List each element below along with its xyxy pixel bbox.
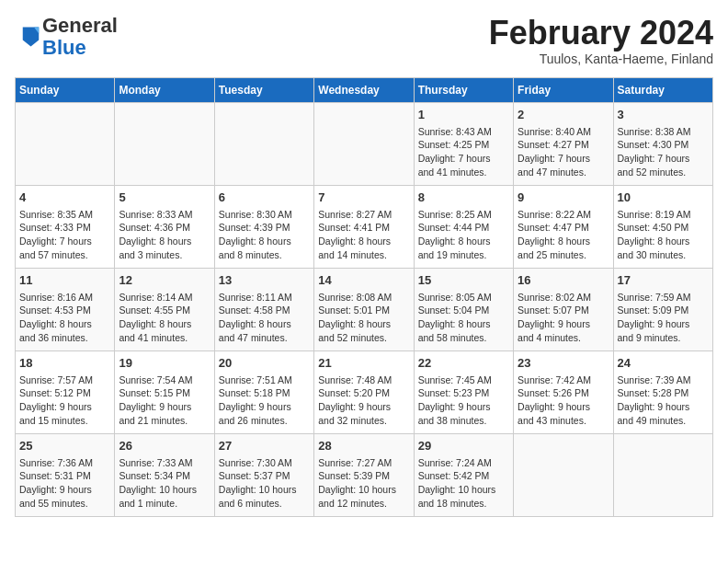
day-cell: 27Sunrise: 7:30 AM Sunset: 5:37 PM Dayli… <box>214 433 313 516</box>
day-detail: Sunrise: 8:25 AM Sunset: 4:44 PM Dayligh… <box>418 208 509 262</box>
day-number: 3 <box>618 107 709 123</box>
day-detail: Sunrise: 7:36 AM Sunset: 5:31 PM Dayligh… <box>19 456 110 511</box>
day-detail: Sunrise: 8:05 AM Sunset: 5:04 PM Dayligh… <box>418 291 509 345</box>
logo-general: General <box>42 14 118 37</box>
day-number: 18 <box>19 355 110 372</box>
week-row-0: 1Sunrise: 8:43 AM Sunset: 4:25 PM Daylig… <box>16 102 713 185</box>
page-header: General Blue February 2024 Tuulos, Kanta… <box>15 15 713 66</box>
day-number: 15 <box>418 272 509 289</box>
day-cell: 11Sunrise: 8:16 AM Sunset: 4:53 PM Dayli… <box>16 268 115 350</box>
day-cell: 3Sunrise: 8:38 AM Sunset: 4:30 PM Daylig… <box>613 102 712 185</box>
day-detail: Sunrise: 8:19 AM Sunset: 4:50 PM Dayligh… <box>618 208 709 262</box>
day-detail: Sunrise: 8:11 AM Sunset: 4:58 PM Dayligh… <box>219 291 310 345</box>
day-detail: Sunrise: 7:59 AM Sunset: 5:09 PM Dayligh… <box>618 291 709 345</box>
day-cell <box>115 102 214 185</box>
day-cell <box>613 433 712 516</box>
day-cell: 13Sunrise: 8:11 AM Sunset: 4:58 PM Dayli… <box>214 268 313 350</box>
day-number: 7 <box>318 190 409 206</box>
header-cell-wednesday: Wednesday <box>314 77 414 102</box>
day-detail: Sunrise: 8:22 AM Sunset: 4:47 PM Dayligh… <box>518 208 609 262</box>
day-number: 20 <box>219 355 310 372</box>
day-detail: Sunrise: 7:24 AM Sunset: 5:42 PM Dayligh… <box>418 456 509 511</box>
day-detail: Sunrise: 7:33 AM Sunset: 5:34 PM Dayligh… <box>119 456 210 511</box>
header-cell-tuesday: Tuesday <box>214 77 313 102</box>
day-number: 12 <box>119 272 210 289</box>
header-row: SundayMondayTuesdayWednesdayThursdayFrid… <box>16 77 713 102</box>
day-number: 10 <box>618 190 709 206</box>
day-cell: 24Sunrise: 7:39 AM Sunset: 5:28 PM Dayli… <box>613 350 712 433</box>
day-detail: Sunrise: 8:40 AM Sunset: 4:27 PM Dayligh… <box>518 125 609 179</box>
week-row-1: 4Sunrise: 8:35 AM Sunset: 4:33 PM Daylig… <box>16 185 713 268</box>
calendar-body: 1Sunrise: 8:43 AM Sunset: 4:25 PM Daylig… <box>16 102 713 516</box>
calendar-table: SundayMondayTuesdayWednesdayThursdayFrid… <box>15 77 713 517</box>
day-number: 24 <box>618 355 709 372</box>
day-number: 11 <box>19 272 110 289</box>
day-cell: 8Sunrise: 8:25 AM Sunset: 4:44 PM Daylig… <box>414 185 513 268</box>
day-detail: Sunrise: 8:14 AM Sunset: 4:55 PM Dayligh… <box>119 291 210 345</box>
day-cell: 29Sunrise: 7:24 AM Sunset: 5:42 PM Dayli… <box>414 433 513 516</box>
day-cell: 20Sunrise: 7:51 AM Sunset: 5:18 PM Dayli… <box>214 350 313 433</box>
day-cell <box>514 433 613 516</box>
logo-icon <box>15 24 40 50</box>
day-detail: Sunrise: 7:48 AM Sunset: 5:20 PM Dayligh… <box>318 373 409 428</box>
location: Tuulos, Kanta-Haeme, Finland <box>489 52 713 66</box>
day-number: 5 <box>119 190 210 206</box>
day-detail: Sunrise: 8:08 AM Sunset: 5:01 PM Dayligh… <box>318 291 409 345</box>
day-number: 23 <box>518 355 609 372</box>
day-number: 29 <box>418 438 509 454</box>
day-number: 27 <box>219 438 310 454</box>
day-cell: 2Sunrise: 8:40 AM Sunset: 4:27 PM Daylig… <box>514 102 613 185</box>
day-cell: 1Sunrise: 8:43 AM Sunset: 4:25 PM Daylig… <box>414 102 513 185</box>
day-number: 17 <box>618 272 709 289</box>
day-cell: 5Sunrise: 8:33 AM Sunset: 4:36 PM Daylig… <box>115 185 214 268</box>
day-cell: 14Sunrise: 8:08 AM Sunset: 5:01 PM Dayli… <box>314 268 414 350</box>
day-number: 6 <box>219 190 310 206</box>
day-number: 13 <box>219 272 310 289</box>
day-cell: 19Sunrise: 7:54 AM Sunset: 5:15 PM Dayli… <box>115 350 214 433</box>
day-cell: 25Sunrise: 7:36 AM Sunset: 5:31 PM Dayli… <box>16 433 115 516</box>
day-number: 19 <box>119 355 210 372</box>
week-row-3: 18Sunrise: 7:57 AM Sunset: 5:12 PM Dayli… <box>16 350 713 433</box>
day-cell: 17Sunrise: 7:59 AM Sunset: 5:09 PM Dayli… <box>613 268 712 350</box>
day-cell: 9Sunrise: 8:22 AM Sunset: 4:47 PM Daylig… <box>514 185 613 268</box>
header-cell-sunday: Sunday <box>16 77 115 102</box>
day-number: 22 <box>418 355 509 372</box>
header-cell-monday: Monday <box>115 77 214 102</box>
day-detail: Sunrise: 7:45 AM Sunset: 5:23 PM Dayligh… <box>418 373 509 428</box>
day-cell: 6Sunrise: 8:30 AM Sunset: 4:39 PM Daylig… <box>214 185 313 268</box>
day-number: 4 <box>19 190 110 206</box>
day-number: 28 <box>318 438 409 454</box>
day-detail: Sunrise: 7:27 AM Sunset: 5:39 PM Dayligh… <box>318 456 409 511</box>
day-number: 16 <box>518 272 609 289</box>
day-cell: 10Sunrise: 8:19 AM Sunset: 4:50 PM Dayli… <box>613 185 712 268</box>
day-number: 26 <box>119 438 210 454</box>
week-row-4: 25Sunrise: 7:36 AM Sunset: 5:31 PM Dayli… <box>16 433 713 516</box>
day-cell <box>16 102 115 185</box>
day-detail: Sunrise: 7:51 AM Sunset: 5:18 PM Dayligh… <box>219 373 310 428</box>
header-cell-thursday: Thursday <box>414 77 513 102</box>
day-cell: 23Sunrise: 7:42 AM Sunset: 5:26 PM Dayli… <box>514 350 613 433</box>
week-row-2: 11Sunrise: 8:16 AM Sunset: 4:53 PM Dayli… <box>16 268 713 350</box>
day-detail: Sunrise: 8:27 AM Sunset: 4:41 PM Dayligh… <box>318 208 409 262</box>
day-cell: 22Sunrise: 7:45 AM Sunset: 5:23 PM Dayli… <box>414 350 513 433</box>
day-cell: 15Sunrise: 8:05 AM Sunset: 5:04 PM Dayli… <box>414 268 513 350</box>
day-detail: Sunrise: 8:30 AM Sunset: 4:39 PM Dayligh… <box>219 208 310 262</box>
day-cell: 12Sunrise: 8:14 AM Sunset: 4:55 PM Dayli… <box>115 268 214 350</box>
day-detail: Sunrise: 8:02 AM Sunset: 5:07 PM Dayligh… <box>518 291 609 345</box>
day-detail: Sunrise: 7:30 AM Sunset: 5:37 PM Dayligh… <box>219 456 310 511</box>
day-detail: Sunrise: 8:33 AM Sunset: 4:36 PM Dayligh… <box>119 208 210 262</box>
day-cell: 21Sunrise: 7:48 AM Sunset: 5:20 PM Dayli… <box>314 350 414 433</box>
month-title: February 2024 <box>489 15 713 52</box>
logo-blue: Blue <box>42 36 86 59</box>
day-number: 25 <box>19 438 110 454</box>
day-number: 1 <box>418 107 509 123</box>
day-number: 9 <box>518 190 609 206</box>
day-detail: Sunrise: 7:39 AM Sunset: 5:28 PM Dayligh… <box>618 373 709 428</box>
day-detail: Sunrise: 7:54 AM Sunset: 5:15 PM Dayligh… <box>119 373 210 428</box>
day-number: 8 <box>418 190 509 206</box>
day-detail: Sunrise: 8:43 AM Sunset: 4:25 PM Dayligh… <box>418 125 509 179</box>
day-cell: 26Sunrise: 7:33 AM Sunset: 5:34 PM Dayli… <box>115 433 214 516</box>
calendar-header: SundayMondayTuesdayWednesdayThursdayFrid… <box>16 77 713 102</box>
day-cell: 7Sunrise: 8:27 AM Sunset: 4:41 PM Daylig… <box>314 185 414 268</box>
day-cell: 18Sunrise: 7:57 AM Sunset: 5:12 PM Dayli… <box>16 350 115 433</box>
